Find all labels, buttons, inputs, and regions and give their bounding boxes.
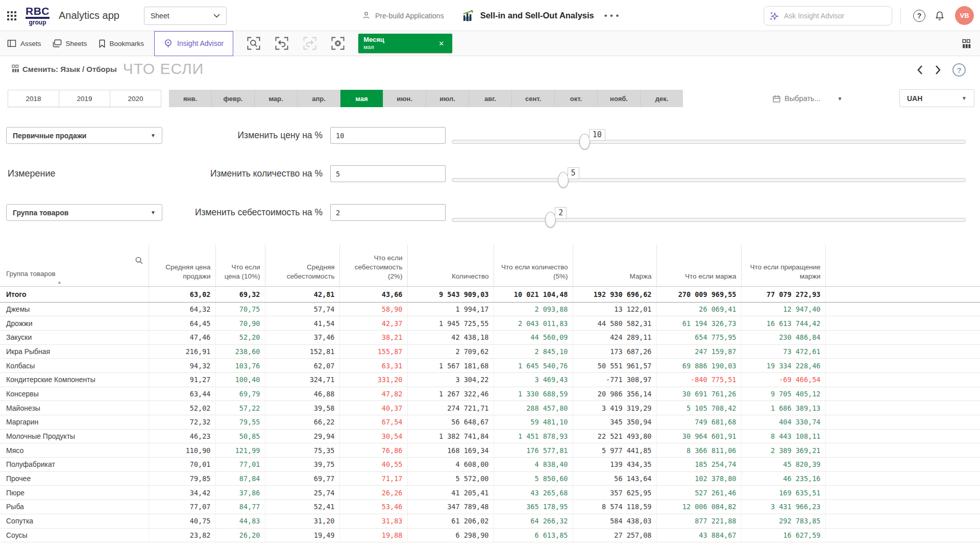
month-button-нояб[interactable]: нояб.	[598, 90, 641, 107]
month-button-сент[interactable]: сент.	[512, 90, 555, 107]
selections-search-icon[interactable]	[246, 36, 261, 51]
date-picker-dropdown[interactable]: Выбрать... ▼	[772, 90, 842, 107]
insight-advisor-button[interactable]: Insight Advisor	[154, 31, 233, 56]
notifications-bell-icon[interactable]	[932, 8, 947, 23]
dimension-cell[interactable]: Пюре	[0, 486, 149, 500]
step-back-icon[interactable]	[274, 36, 289, 51]
month-button-июл[interactable]: июл.	[426, 90, 469, 107]
measure-cell: 216,91	[149, 344, 215, 359]
dimension-cell[interactable]: Маргарин	[0, 415, 149, 430]
month-button-дек[interactable]: дек.	[641, 90, 683, 107]
switch-language-selections-link[interactable]: Сменить: Язык / Отборы	[22, 65, 117, 73]
cost-change-input[interactable]	[330, 204, 446, 221]
table-search-icon[interactable]	[135, 256, 143, 265]
dimension-cell[interactable]: Майонезы	[0, 401, 149, 415]
sheet-help-icon[interactable]: ?	[952, 63, 966, 77]
dimension-dropdown[interactable]: Группа товаров ▼	[6, 204, 162, 221]
bookmarks-button[interactable]: Bookmarks	[99, 39, 144, 48]
ask-insight-advisor-input[interactable]	[784, 12, 876, 20]
column-header-4[interactable]: Что если себестоимость (2%)	[339, 245, 407, 286]
current-app-link[interactable]: Sell-in and Sell-Out Analysis	[461, 10, 594, 22]
price-change-input[interactable]	[330, 127, 446, 144]
month-button-июн[interactable]: июн.	[383, 90, 426, 107]
dimension-cell[interactable]: Сопутка	[0, 514, 149, 528]
app-launcher-icon[interactable]	[7, 11, 16, 20]
more-options-icon[interactable]: • • •	[604, 11, 620, 21]
slider-track[interactable]	[452, 140, 966, 144]
measure-cell: 40,55	[339, 458, 407, 472]
slider-handle[interactable]	[558, 172, 569, 188]
column-header-1[interactable]: Средняя цена продажи	[149, 245, 215, 286]
column-header-2[interactable]: Что если цена (10%)	[215, 245, 265, 286]
measure-cell: 84,77	[215, 500, 265, 514]
measure-cell: 1 645 540,76	[494, 359, 573, 373]
table-row: Колбасы94,32103,7662,0763,311 567 181,68…	[0, 359, 980, 373]
dimension-cell[interactable]: Закуски	[0, 330, 149, 344]
selection-chip-month[interactable]: Месяц мая ✕	[358, 34, 452, 53]
measure-dropdown[interactable]: Первичные продажи ▼	[6, 127, 162, 144]
month-button-февр[interactable]: февр.	[212, 90, 255, 107]
column-header-8[interactable]: Что если маржа	[656, 245, 741, 286]
measure-cell: 1 330 688,59	[494, 387, 573, 401]
measure-cell: 100,40	[215, 372, 265, 387]
dimension-cell[interactable]: Дрожжи	[0, 316, 149, 331]
measure-cell: 37,46	[265, 330, 339, 344]
measure-cell: 176 577,81	[494, 443, 573, 458]
empty-cell	[825, 500, 980, 514]
measure-cell: 44 560,09	[494, 330, 573, 344]
slider-handle[interactable]	[579, 134, 590, 149]
dimension-cell[interactable]: Молочные Продукты	[0, 429, 149, 443]
dimension-cell[interactable]: Рыба	[0, 500, 149, 514]
selection-chip-field: Месяц	[363, 36, 435, 44]
column-header-3[interactable]: Средняя себестоимость	[265, 245, 339, 286]
dimension-cell[interactable]: Кондитерские Компоненты	[0, 372, 149, 387]
column-header-6[interactable]: Что если количество (5%)	[494, 245, 573, 286]
column-header-9[interactable]: Что если приращение маржи	[741, 245, 825, 286]
measure-cell: 6 298,90	[407, 528, 494, 542]
year-button-2020[interactable]: 2020	[110, 90, 161, 107]
measure-cell: 64,32	[149, 302, 215, 316]
quantity-change-input[interactable]	[330, 165, 446, 182]
column-header-0[interactable]: Группа товаров▲	[0, 245, 149, 286]
prebuild-applications-link[interactable]: Pre-build Applications	[361, 11, 444, 20]
month-button-авг[interactable]: авг.	[469, 90, 512, 107]
next-sheet-icon[interactable]	[935, 65, 941, 75]
column-header-5[interactable]: Количество	[407, 245, 494, 286]
switch-sheet-grid-icon[interactable]	[11, 64, 20, 73]
step-forward-icon-disabled[interactable]	[302, 36, 317, 51]
dimension-cell[interactable]: Икра Рыбная	[0, 344, 149, 359]
column-header-7[interactable]: Маржа	[573, 245, 656, 286]
column-header-label: Группа товаров	[6, 269, 144, 279]
month-button-янв[interactable]: янв.	[169, 90, 212, 107]
user-avatar[interactable]: VB	[955, 6, 974, 25]
assets-button[interactable]: Assets	[7, 39, 41, 47]
month-button-апр[interactable]: апр.	[298, 90, 340, 107]
measure-cell: 25,74	[265, 486, 339, 500]
year-button-2018[interactable]: 2018	[8, 90, 59, 107]
clear-selections-icon[interactable]	[330, 36, 346, 51]
dimension-cell[interactable]: Мясо	[0, 443, 149, 458]
month-button-окт[interactable]: окт.	[555, 90, 598, 107]
ask-insight-advisor-box[interactable]	[764, 6, 892, 26]
dimension-cell[interactable]: Консервы	[0, 387, 149, 401]
help-button[interactable]: ?	[912, 8, 927, 23]
dimension-cell[interactable]: Полуфабрикат	[0, 458, 149, 472]
dimension-cell[interactable]: Колбасы	[0, 359, 149, 373]
dimension-cell[interactable]: Прочее	[0, 471, 149, 486]
currency-dropdown[interactable]: UAH ▼	[899, 89, 974, 107]
sheets-button[interactable]: Sheets	[53, 39, 87, 47]
user-icon	[361, 11, 371, 20]
slider-track[interactable]	[452, 178, 966, 182]
sheet-selector-dropdown[interactable]: Sheet	[144, 7, 227, 25]
slider-track[interactable]	[452, 218, 966, 222]
slider-handle[interactable]	[545, 212, 556, 228]
dimension-cell[interactable]: Соусы	[0, 528, 149, 542]
previous-sheet-icon[interactable]	[917, 65, 923, 75]
month-button-мар[interactable]: мар.	[255, 90, 298, 107]
measure-cell: 19,88	[339, 528, 407, 542]
dimension-cell[interactable]: Джемы	[0, 302, 149, 316]
sheet-grid-layout-icon[interactable]	[962, 39, 972, 49]
year-button-2019[interactable]: 2019	[59, 90, 110, 107]
selection-chip-close-icon[interactable]: ✕	[435, 38, 447, 49]
month-button-мая[interactable]: мая	[340, 90, 383, 107]
